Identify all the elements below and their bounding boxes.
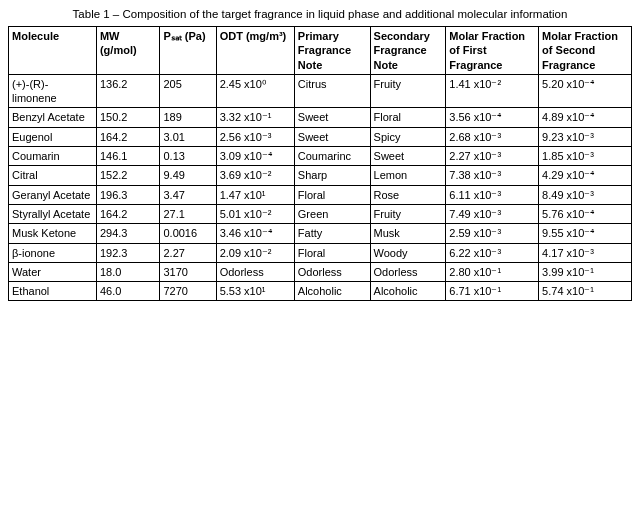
table-cell-3-6: 2.27 x10⁻³: [446, 147, 539, 166]
col-header-2: Pₛₐₜ (Pa): [160, 27, 216, 75]
table-row: Ethanol46.072705.53 x10¹AlcoholicAlcohol…: [9, 282, 632, 301]
table-cell-8-6: 6.22 x10⁻³: [446, 243, 539, 262]
table-cell-10-1: 46.0: [96, 282, 160, 301]
table-cell-1-4: Sweet: [294, 108, 370, 127]
table-cell-4-0: Citral: [9, 166, 97, 185]
table-cell-10-6: 6.71 x10⁻¹: [446, 282, 539, 301]
table-row: Benzyl Acetate150.21893.32 x10⁻¹SweetFlo…: [9, 108, 632, 127]
table-row: Musk Ketone294.30.00163.46 x10⁻⁴FattyMus…: [9, 224, 632, 243]
table-cell-3-3: 3.09 x10⁻⁴: [216, 147, 294, 166]
table-cell-8-2: 2.27: [160, 243, 216, 262]
table-cell-6-0: Styrallyl Acetate: [9, 204, 97, 223]
col-header-4: Primary Fragrance Note: [294, 27, 370, 75]
table-cell-7-1: 294.3: [96, 224, 160, 243]
table-cell-1-5: Floral: [370, 108, 446, 127]
table-cell-6-6: 7.49 x10⁻³: [446, 204, 539, 223]
table-cell-5-7: 8.49 x10⁻³: [539, 185, 632, 204]
table-cell-0-2: 205: [160, 74, 216, 108]
table-cell-9-4: Odorless: [294, 262, 370, 281]
col-header-6: Molar Fraction of First Fragrance: [446, 27, 539, 75]
table-cell-6-2: 27.1: [160, 204, 216, 223]
table-row: Coumarin146.10.133.09 x10⁻⁴CoumarincSwee…: [9, 147, 632, 166]
table-cell-4-6: 7.38 x10⁻³: [446, 166, 539, 185]
table-row: Geranyl Acetate196.33.471.47 x10¹FloralR…: [9, 185, 632, 204]
table-cell-1-3: 3.32 x10⁻¹: [216, 108, 294, 127]
table-cell-2-3: 2.56 x10⁻³: [216, 127, 294, 146]
table-cell-3-4: Coumarinc: [294, 147, 370, 166]
col-header-7: Molar Fraction of Second Fragrance: [539, 27, 632, 75]
table-cell-7-4: Fatty: [294, 224, 370, 243]
table-cell-9-1: 18.0: [96, 262, 160, 281]
table-cell-1-7: 4.89 x10⁻⁴: [539, 108, 632, 127]
table-cell-3-0: Coumarin: [9, 147, 97, 166]
table-cell-5-2: 3.47: [160, 185, 216, 204]
col-header-1: MW (g/mol): [96, 27, 160, 75]
table-cell-9-3: Odorless: [216, 262, 294, 281]
table-cell-1-0: Benzyl Acetate: [9, 108, 97, 127]
table-cell-5-5: Rose: [370, 185, 446, 204]
table-cell-10-7: 5.74 x10⁻¹: [539, 282, 632, 301]
col-header-0: Molecule: [9, 27, 97, 75]
table-cell-2-4: Sweet: [294, 127, 370, 146]
table-row: Styrallyl Acetate164.227.15.01 x10⁻²Gree…: [9, 204, 632, 223]
table-cell-6-5: Fruity: [370, 204, 446, 223]
table-cell-0-3: 2.45 x10⁰: [216, 74, 294, 108]
table-cell-8-7: 4.17 x10⁻³: [539, 243, 632, 262]
table-cell-3-1: 146.1: [96, 147, 160, 166]
table-cell-6-7: 5.76 x10⁻⁴: [539, 204, 632, 223]
table-cell-1-1: 150.2: [96, 108, 160, 127]
table-cell-8-0: β-ionone: [9, 243, 97, 262]
table-cell-9-7: 3.99 x10⁻¹: [539, 262, 632, 281]
table-cell-0-4: Citrus: [294, 74, 370, 108]
composition-table: MoleculeMW (g/mol)Pₛₐₜ (Pa)ODT (mg/m³)Pr…: [8, 26, 632, 301]
table-cell-5-0: Geranyl Acetate: [9, 185, 97, 204]
table-cell-10-4: Alcoholic: [294, 282, 370, 301]
table-cell-7-0: Musk Ketone: [9, 224, 97, 243]
table-cell-0-6: 1.41 x10⁻²: [446, 74, 539, 108]
table-cell-4-7: 4.29 x10⁻⁴: [539, 166, 632, 185]
table-title: Table 1 – Composition of the target frag…: [8, 8, 632, 20]
table-cell-7-2: 0.0016: [160, 224, 216, 243]
col-header-3: ODT (mg/m³): [216, 27, 294, 75]
table-cell-3-7: 1.85 x10⁻³: [539, 147, 632, 166]
table-cell-9-6: 2.80 x10⁻¹: [446, 262, 539, 281]
table-cell-4-5: Lemon: [370, 166, 446, 185]
table-cell-7-3: 3.46 x10⁻⁴: [216, 224, 294, 243]
table-cell-10-5: Alcoholic: [370, 282, 446, 301]
table-cell-7-5: Musk: [370, 224, 446, 243]
table-cell-0-7: 5.20 x10⁻⁴: [539, 74, 632, 108]
table-cell-5-4: Floral: [294, 185, 370, 204]
table-cell-4-2: 9.49: [160, 166, 216, 185]
table-cell-8-5: Woody: [370, 243, 446, 262]
table-cell-9-2: 3170: [160, 262, 216, 281]
table-cell-1-6: 3.56 x10⁻⁴: [446, 108, 539, 127]
table-cell-5-3: 1.47 x10¹: [216, 185, 294, 204]
table-cell-8-3: 2.09 x10⁻²: [216, 243, 294, 262]
table-cell-10-3: 5.53 x10¹: [216, 282, 294, 301]
table-cell-2-6: 2.68 x10⁻³: [446, 127, 539, 146]
table-cell-6-1: 164.2: [96, 204, 160, 223]
table-cell-2-5: Spicy: [370, 127, 446, 146]
table-row: Citral152.29.493.69 x10⁻²SharpLemon7.38 …: [9, 166, 632, 185]
table-cell-8-4: Floral: [294, 243, 370, 262]
table-row: Eugenol164.23.012.56 x10⁻³SweetSpicy2.68…: [9, 127, 632, 146]
table-cell-2-7: 9.23 x10⁻³: [539, 127, 632, 146]
table-cell-1-2: 189: [160, 108, 216, 127]
table-cell-8-1: 192.3: [96, 243, 160, 262]
table-cell-10-2: 7270: [160, 282, 216, 301]
table-cell-5-6: 6.11 x10⁻³: [446, 185, 539, 204]
table-cell-4-4: Sharp: [294, 166, 370, 185]
table-cell-4-1: 152.2: [96, 166, 160, 185]
col-header-5: Secondary Fragrance Note: [370, 27, 446, 75]
table-cell-3-5: Sweet: [370, 147, 446, 166]
table-cell-9-5: Odorless: [370, 262, 446, 281]
table-cell-4-3: 3.69 x10⁻²: [216, 166, 294, 185]
table-cell-7-6: 2.59 x10⁻³: [446, 224, 539, 243]
table-cell-2-0: Eugenol: [9, 127, 97, 146]
table-cell-7-7: 9.55 x10⁻⁴: [539, 224, 632, 243]
table-cell-6-4: Green: [294, 204, 370, 223]
table-row: Water18.03170OdorlessOdorlessOdorless2.8…: [9, 262, 632, 281]
table-cell-2-1: 164.2: [96, 127, 160, 146]
table-cell-2-2: 3.01: [160, 127, 216, 146]
table-cell-3-2: 0.13: [160, 147, 216, 166]
